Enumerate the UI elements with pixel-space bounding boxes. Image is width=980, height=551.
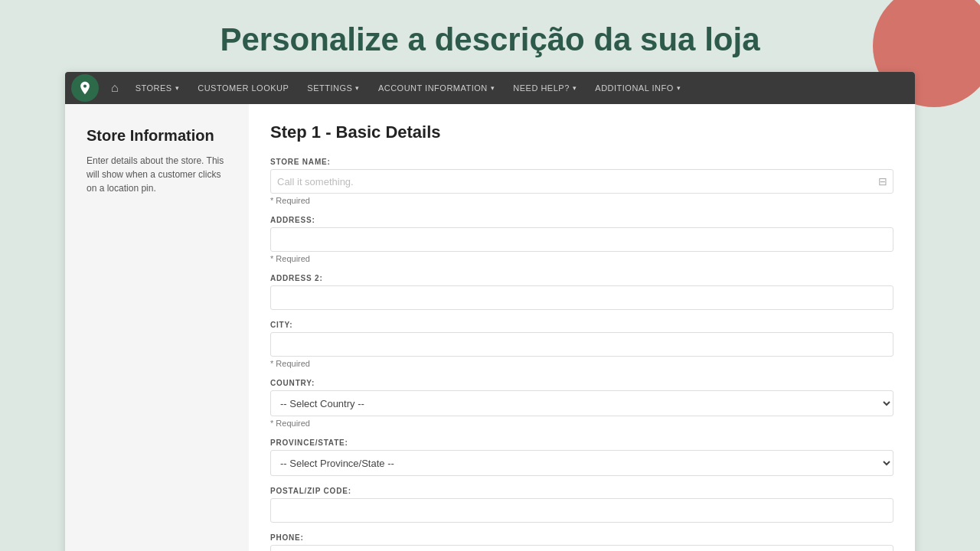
phone-label: Phone: [270, 533, 893, 542]
province-label: Province/State: [270, 439, 893, 447]
phone-group: Phone: [270, 533, 893, 551]
home-icon[interactable]: ⌂ [103, 81, 126, 95]
navbar: ⌂ Stores ▾ Customer Lookup Settings ▾ Ac… [65, 72, 915, 104]
page-title-container: Personalize a descrição da sua loja [0, 0, 980, 72]
address-group: Address: * Required [270, 216, 893, 263]
page-title: Personalize a descrição da sua loja [0, 21, 980, 58]
country-select[interactable]: -- Select Country -- [270, 390, 893, 416]
address2-input[interactable] [270, 285, 893, 310]
city-required: * Required [270, 359, 893, 368]
navbar-items: Stores ▾ Customer Lookup Settings ▾ Acco… [126, 72, 691, 104]
stores-chevron: ▾ [175, 84, 180, 92]
province-select[interactable]: -- Select Province/State -- [270, 450, 893, 476]
city-group: City: * Required [270, 321, 893, 368]
main-wrapper: ⌂ Stores ▾ Customer Lookup Settings ▾ Ac… [0, 72, 980, 551]
address2-group: Address 2: [270, 274, 893, 310]
city-input[interactable] [270, 332, 893, 357]
sidebar-title: Store Information [87, 127, 227, 145]
settings-chevron: ▾ [355, 84, 360, 92]
logo[interactable] [71, 74, 99, 102]
nav-settings[interactable]: Settings ▾ [298, 72, 369, 104]
form-area: Step 1 - Basic Details Store Name: ⊟ * R… [249, 104, 915, 551]
postal-group: Postal/Zip Code: [270, 487, 893, 523]
store-name-required: * Required [270, 196, 893, 205]
country-required: * Required [270, 419, 893, 428]
store-name-label: Store Name: [270, 158, 893, 166]
country-group: Country: -- Select Country -- * Required [270, 379, 893, 428]
postal-input[interactable] [270, 498, 893, 523]
postal-label: Postal/Zip Code: [270, 487, 893, 495]
store-name-icon: ⊟ [878, 175, 887, 187]
sidebar: Store Information Enter details about th… [65, 104, 249, 551]
address-required: * Required [270, 254, 893, 263]
nav-need-help[interactable]: Need Help? ▾ [504, 72, 586, 104]
store-name-group: Store Name: ⊟ * Required [270, 158, 893, 205]
nav-account-information[interactable]: Account Information ▾ [369, 72, 504, 104]
nav-stores[interactable]: Stores ▾ [126, 72, 189, 104]
address-label: Address: [270, 216, 893, 224]
sidebar-description: Enter details about the store. This will… [87, 154, 227, 195]
phone-input[interactable] [270, 545, 893, 551]
content-area: Store Information Enter details about th… [65, 104, 915, 551]
city-label: City: [270, 321, 893, 329]
address-input[interactable] [270, 227, 893, 252]
nav-additional-info[interactable]: Additional Info ▾ [586, 72, 690, 104]
account-chevron: ▾ [491, 84, 495, 92]
province-group: Province/State: -- Select Province/State… [270, 439, 893, 476]
address2-label: Address 2: [270, 274, 893, 282]
app-window: ⌂ Stores ▾ Customer Lookup Settings ▾ Ac… [65, 72, 915, 551]
additional-chevron: ▾ [677, 84, 681, 92]
form-step-title: Step 1 - Basic Details [270, 122, 893, 142]
nav-customer-lookup[interactable]: Customer Lookup [188, 72, 298, 104]
help-chevron: ▾ [573, 84, 577, 92]
country-label: Country: [270, 379, 893, 387]
store-name-wrapper: ⊟ [270, 169, 893, 194]
store-name-input[interactable] [270, 169, 893, 194]
